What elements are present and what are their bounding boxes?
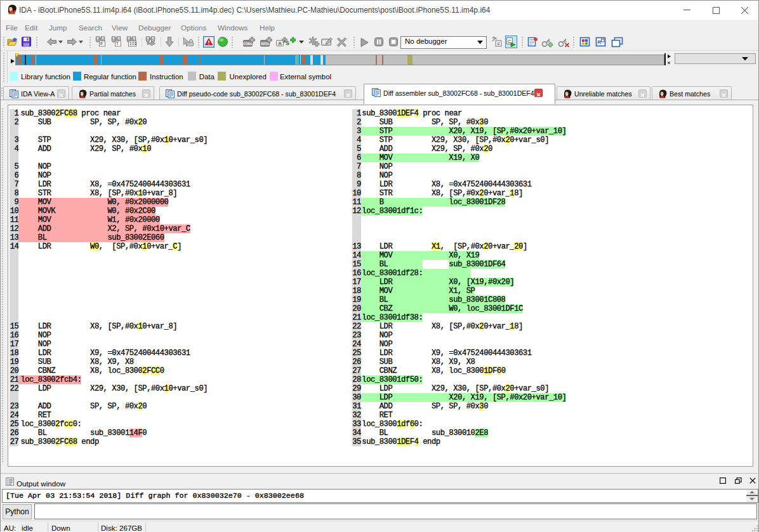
svg-text:#: # (100, 41, 103, 46)
svg-text:A: A (278, 41, 282, 46)
svg-text:c: c (498, 41, 500, 46)
svg-text:101: 101 (129, 41, 137, 46)
svg-text:‘s: ‘s (284, 39, 289, 46)
svg-text:T: T (116, 41, 119, 46)
svg-text:64: 64 (11, 10, 16, 14)
svg-text:R: R (598, 39, 602, 45)
